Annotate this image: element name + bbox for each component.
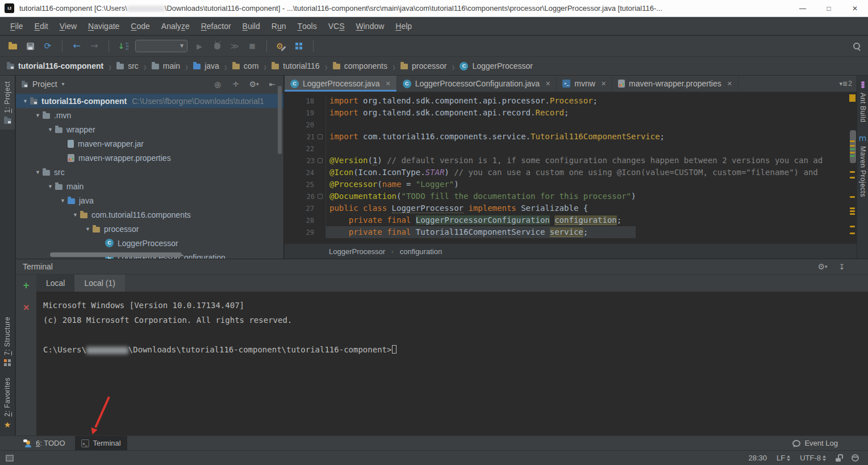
tree-row[interactable]: ▼java: [16, 193, 283, 207]
breadcrumb-item[interactable]: com: [232, 61, 258, 70]
tree-row[interactable]: ▼src: [16, 165, 283, 179]
hide-icon[interactable]: ⇤: [266, 77, 278, 91]
toolwindow-button-event-log[interactable]: Event Log: [786, 439, 844, 447]
gear-icon[interactable]: ⚙▾: [248, 77, 260, 91]
toolbar-coverage-button[interactable]: ≫: [229, 39, 240, 53]
editor-tab-loggerprocessor-java[interactable]: CLoggerProcessor.java✕: [285, 76, 397, 92]
toolbar-save-button[interactable]: [24, 39, 36, 53]
tool-button----structure[interactable]: 7: Structure: [0, 311, 15, 372]
breadcrumb-item[interactable]: src: [116, 61, 139, 70]
tree-row[interactable]: CLoggerProcessor: [16, 236, 283, 250]
tool-button-ant-build[interactable]: Ant Build: [857, 76, 868, 128]
breadcrumb-item[interactable]: tutorial116-component: [7, 61, 103, 70]
collapse-all-icon[interactable]: ÷: [230, 77, 241, 91]
breadcrumb-item[interactable]: java: [193, 61, 219, 70]
menu-item-window[interactable]: Window: [350, 17, 390, 35]
error-stripe[interactable]: [849, 92, 857, 243]
tree-horizontal-scrollbar[interactable]: [50, 252, 182, 257]
code-editor[interactable]: 18import org.talend.sdk.component.api.pr…: [285, 92, 849, 243]
toolbar-search-button[interactable]: [851, 39, 862, 53]
tree-row[interactable]: ▼tutorial116-componentC:\Users\fborgne\D…: [16, 94, 283, 108]
close-session-icon[interactable]: ✕: [20, 301, 32, 314]
add-session-icon[interactable]: +: [20, 279, 32, 292]
editor-tab-loggerprocessorconfiguration-java[interactable]: CLoggerProcessorConfiguration.java✕: [397, 76, 557, 92]
menu-item-tools[interactable]: Tools: [291, 17, 322, 35]
editor-tab-mvnw[interactable]: >_mvnw✕: [557, 76, 612, 92]
tab-close-icon[interactable]: ✕: [601, 80, 606, 88]
menu-item-file[interactable]: File: [5, 17, 29, 35]
menu-item-vcs[interactable]: VCS: [323, 17, 350, 35]
terminal-output[interactable]: Microsoft Windows [Version 10.0.17134.40…: [36, 292, 868, 435]
expander-icon[interactable]: ▼: [33, 169, 43, 175]
expander-icon[interactable]: ▼: [33, 113, 43, 118]
tool-button----favorites[interactable]: 2: Favorites★: [0, 372, 15, 434]
hector-inspections-icon[interactable]: [852, 454, 859, 462]
breadcrumb-item[interactable]: tutorial116: [272, 61, 319, 70]
tree-row[interactable]: maven-wrapper.jar: [16, 136, 283, 151]
tree-row[interactable]: ▼processor: [16, 222, 283, 236]
menu-item-edit[interactable]: Edit: [29, 17, 54, 35]
expander-icon[interactable]: ▼: [45, 127, 55, 132]
stripe-mark[interactable]: [850, 177, 855, 178]
close-icon[interactable]: ✕: [842, 0, 868, 17]
menu-item-code[interactable]: Code: [125, 17, 155, 35]
run-configuration-combo[interactable]: [135, 40, 187, 52]
breadcrumb-item[interactable]: components: [333, 61, 387, 70]
menu-item-view[interactable]: View: [54, 17, 82, 35]
toolbar-stop-button[interactable]: ■: [247, 39, 258, 53]
menu-item-navigate[interactable]: Navigate: [82, 17, 125, 35]
tree-row[interactable]: ▼main: [16, 179, 283, 193]
breadcrumb-item[interactable]: CLoggerProcessor: [460, 61, 533, 70]
terminal-tab[interactable]: Local (1): [74, 275, 124, 292]
fold-marker[interactable]: [318, 194, 323, 199]
toolwindow-switcher-icon[interactable]: [6, 455, 14, 462]
breadcrumb-item[interactable]: processor: [400, 61, 446, 70]
toolbar-run-button[interactable]: ▶: [194, 39, 205, 53]
menu-item-help[interactable]: Help: [390, 17, 418, 35]
tool-button-maven-projects[interactable]: mMaven Projects: [857, 128, 868, 203]
tab-close-icon[interactable]: ✕: [545, 80, 550, 88]
toolbar-open-button[interactable]: [7, 39, 18, 53]
expander-icon[interactable]: ▼: [83, 226, 93, 232]
toolbar-structure-button[interactable]: [293, 39, 304, 53]
editor-scrollbar-thumb[interactable]: [850, 130, 856, 163]
tree-vertical-scrollbar[interactable]: [278, 86, 282, 154]
editor-tab-maven-wrapper-properties[interactable]: maven-wrapper.properties✕: [612, 76, 738, 92]
hide-down-icon[interactable]: ↧: [836, 260, 848, 273]
menu-item-run[interactable]: Run: [266, 17, 292, 35]
stripe-mark[interactable]: [850, 145, 855, 147]
fold-marker[interactable]: [318, 134, 323, 139]
breadcrumb-member[interactable]: configuration: [400, 247, 442, 256]
toolwindow-button-terminal[interactable]: >_Terminal: [75, 436, 127, 450]
tab-close-icon[interactable]: ✕: [727, 80, 732, 88]
toolbar-debug-button[interactable]: [211, 39, 223, 53]
tab-close-icon[interactable]: ✕: [385, 80, 390, 88]
lock-open-icon[interactable]: [836, 454, 842, 462]
stripe-mark[interactable]: [850, 196, 855, 198]
tree-row[interactable]: ▼com.tutorial116.components: [16, 207, 283, 222]
toolwindow-button----todo[interactable]: 6: TODO: [17, 436, 72, 450]
gear-icon[interactable]: ⚙▾: [817, 260, 828, 273]
toolbar-forward-button[interactable]: →: [89, 39, 100, 53]
locate-icon[interactable]: ◎: [212, 77, 223, 91]
minimize-icon[interactable]: —: [790, 0, 816, 17]
maximize-icon[interactable]: □: [816, 0, 842, 17]
menu-item-analyze[interactable]: Analyze: [156, 17, 195, 35]
stripe-mark[interactable]: [850, 148, 855, 150]
tree-row[interactable]: ▼.mvn: [16, 108, 283, 122]
stripe-mark[interactable]: [850, 226, 855, 227]
expander-icon[interactable]: ▼: [20, 98, 30, 104]
stripe-mark[interactable]: [850, 140, 855, 142]
stripe-mark[interactable]: [850, 210, 855, 212]
expander-icon[interactable]: ▼: [45, 184, 55, 189]
tree-row[interactable]: maven-wrapper.properties: [16, 151, 283, 165]
stripe-mark[interactable]: [850, 232, 855, 234]
breadcrumb-item[interactable]: main: [152, 61, 180, 70]
stripe-mark[interactable]: [850, 207, 855, 209]
stripe-mark[interactable]: [850, 155, 855, 157]
line-separator-selector[interactable]: LF: [777, 454, 790, 462]
caret-position[interactable]: 28:30: [748, 454, 767, 462]
chevron-down-icon[interactable]: ▾: [62, 81, 65, 87]
fold-marker[interactable]: [318, 158, 323, 163]
expander-icon[interactable]: ▼: [70, 212, 80, 218]
